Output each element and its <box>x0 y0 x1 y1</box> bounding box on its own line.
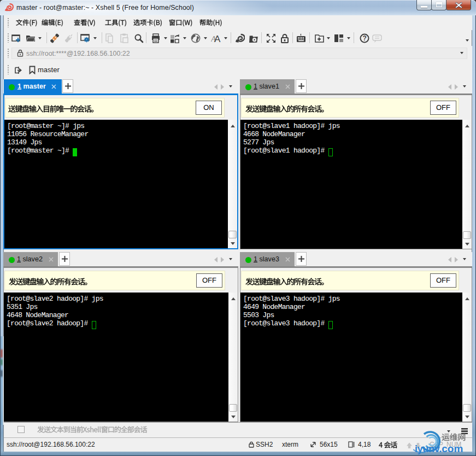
svg-text:A: A <box>214 34 221 43</box>
svg-text:?: ? <box>362 34 366 42</box>
